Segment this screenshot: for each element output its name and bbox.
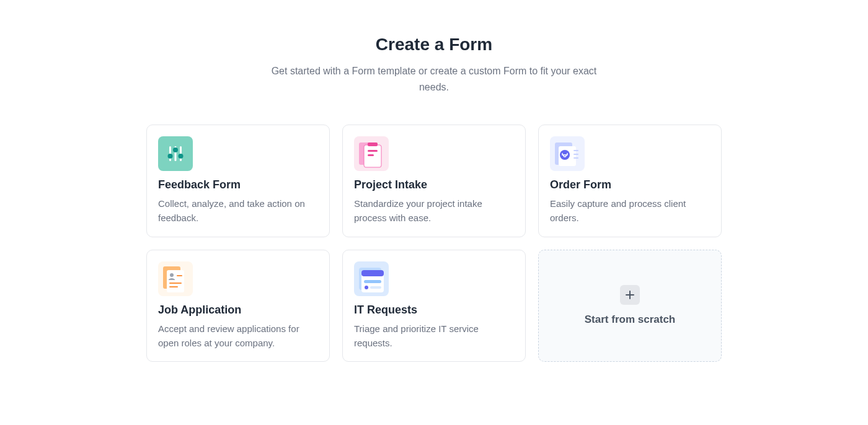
svg-rect-20 [177, 275, 182, 276]
feedback-sliders-icon [158, 136, 193, 171]
template-card-order-form[interactable]: Order Form Easily capture and process cl… [538, 125, 722, 237]
card-description: Triage and prioritize IT service request… [354, 322, 514, 351]
card-description: Collect, analyze, and take action on fee… [158, 196, 318, 226]
template-card-project-intake[interactable]: Project Intake Standardize your project … [342, 125, 526, 237]
template-card-it-requests[interactable]: IT Requests Triage and prioritize IT ser… [342, 250, 526, 362]
template-card-feedback[interactable]: Feedback Form Collect, analyze, and take… [146, 125, 330, 237]
svg-point-27 [365, 286, 368, 289]
project-intake-icon [354, 136, 389, 171]
it-requests-icon [354, 261, 389, 296]
svg-rect-22 [169, 286, 178, 287]
card-title: Order Form [550, 178, 710, 191]
svg-rect-21 [169, 283, 182, 284]
svg-point-19 [170, 273, 174, 277]
svg-rect-26 [364, 280, 381, 283]
svg-rect-16 [574, 157, 578, 159]
card-title: IT Requests [354, 304, 514, 317]
scratch-label: Start from scratch [585, 313, 675, 326]
svg-rect-15 [574, 154, 578, 155]
svg-rect-14 [574, 150, 578, 151]
svg-rect-28 [370, 286, 381, 289]
template-grid: Feedback Form Collect, analyze, and take… [146, 125, 722, 362]
svg-rect-9 [368, 150, 378, 152]
card-description: Accept and review applications for open … [158, 322, 318, 351]
card-description: Easily capture and process client orders… [550, 196, 710, 226]
svg-point-5 [179, 154, 184, 159]
card-title: Project Intake [354, 178, 514, 191]
card-description: Standardize your project intake process … [354, 196, 514, 226]
template-card-job-application[interactable]: Job Application Accept and review applic… [146, 250, 330, 362]
order-basket-icon [550, 136, 585, 171]
svg-rect-25 [361, 270, 384, 276]
svg-rect-8 [368, 142, 378, 146]
svg-point-4 [173, 147, 178, 152]
svg-rect-10 [368, 154, 374, 156]
start-from-scratch-card[interactable]: Start from scratch [538, 250, 722, 362]
svg-point-3 [168, 154, 173, 159]
page-header: Create a Form Get started with a Form te… [260, 35, 608, 95]
card-title: Feedback Form [158, 178, 318, 191]
page-title: Create a Form [260, 35, 608, 55]
page-subtitle: Get started with a Form template or crea… [260, 63, 608, 95]
plus-icon [620, 285, 640, 305]
job-application-icon [158, 261, 193, 296]
card-title: Job Application [158, 304, 318, 317]
svg-rect-18 [167, 270, 184, 292]
